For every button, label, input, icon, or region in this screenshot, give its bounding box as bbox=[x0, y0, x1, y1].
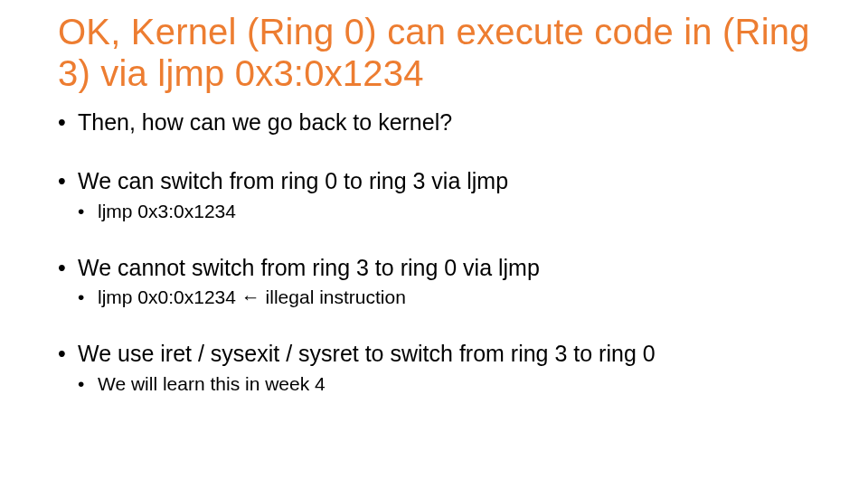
sub-bullet-item: ljmp 0x3:0x1234 bbox=[78, 200, 810, 223]
sub-bullet-item: We will learn this in week 4 bbox=[78, 372, 810, 396]
bullet-text: We can switch from ring 0 to ring 3 via … bbox=[78, 168, 508, 193]
sub-bullet-list: ljmp 0x3:0x1234 bbox=[78, 200, 810, 223]
bullet-item: Then, how can we go back to kernel? bbox=[58, 108, 810, 136]
sub-bullet-item: ljmp 0x0:0x1234 ← illegal instruction bbox=[78, 286, 810, 309]
spacer bbox=[58, 316, 810, 340]
slide: OK, Kernel (Ring 0) can execute code in … bbox=[0, 0, 868, 488]
bullet-list: We can switch from ring 0 to ring 3 via … bbox=[58, 167, 810, 223]
bullet-text: We use iret / sysexit / sysret to switch… bbox=[78, 341, 656, 366]
spacer bbox=[58, 230, 810, 254]
spacer bbox=[58, 144, 810, 167]
sub-bullet-text: ljmp 0x0:0x1234 ← illegal instruction bbox=[98, 286, 406, 307]
sub-bullet-list: We will learn this in week 4 bbox=[78, 372, 810, 396]
sub-bullet-list: ljmp 0x0:0x1234 ← illegal instruction bbox=[78, 286, 810, 309]
bullet-list: We use iret / sysexit / sysret to switch… bbox=[58, 340, 810, 396]
sub-bullet-text: We will learn this in week 4 bbox=[98, 373, 326, 394]
bullet-list: We cannot switch from ring 3 to ring 0 v… bbox=[58, 254, 810, 310]
bullet-item: We cannot switch from ring 3 to ring 0 v… bbox=[58, 254, 810, 310]
bullet-text: Then, how can we go back to kernel? bbox=[78, 109, 452, 135]
bullet-item: We use iret / sysexit / sysret to switch… bbox=[58, 340, 810, 396]
sub-bullet-text: ljmp 0x3:0x1234 bbox=[98, 201, 236, 221]
slide-title: OK, Kernel (Ring 0) can execute code in … bbox=[58, 11, 810, 94]
bullet-text: We cannot switch from ring 3 to ring 0 v… bbox=[78, 255, 540, 280]
bullet-item: We can switch from ring 0 to ring 3 via … bbox=[58, 167, 810, 223]
bullet-list: Then, how can we go back to kernel? bbox=[58, 108, 810, 136]
